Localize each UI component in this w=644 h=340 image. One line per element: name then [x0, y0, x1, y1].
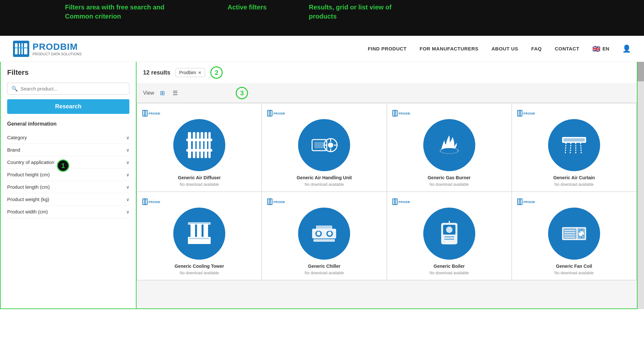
product-name: Generic Air Diffuser	[178, 175, 221, 180]
svg-rect-73	[316, 225, 332, 229]
grid-view-button[interactable]: ⊞	[158, 88, 167, 98]
view-bar: View ⊞ ☰ 3	[137, 84, 637, 103]
svg-rect-12	[193, 132, 195, 158]
header: PRODBIM PRODUCT DATA SOLUTIONS FIND PROD…	[0, 36, 644, 62]
sidebar-title: Filters	[7, 68, 129, 77]
svg-text:PRODBIM: PRODBIM	[149, 200, 160, 204]
product-card[interactable]: PRODBIM Generic Air Curtain No download …	[512, 103, 637, 192]
active-filter-value: Prodbim	[179, 70, 196, 75]
product-icon-ahu	[298, 119, 350, 171]
nav-faq[interactable]: FAQ	[531, 46, 542, 51]
product-card[interactable]: PRODBIM Generic Cooling Tower No downloa…	[137, 192, 262, 280]
download-status: No download available	[180, 271, 219, 275]
svg-rect-2	[19, 43, 20, 54]
product-card[interactable]: PRODBIM Generic Boiler No download avail…	[387, 192, 512, 280]
svg-rect-52	[145, 199, 145, 204]
svg-text:PRODBIM: PRODBIM	[523, 112, 535, 115]
svg-rect-57	[197, 224, 202, 238]
svg-rect-62	[268, 199, 269, 204]
prodbim-small-logo: PRODBIM	[267, 198, 285, 205]
logo-subtitle: PRODUCT DATA SOLUTIONS	[33, 52, 82, 56]
chevron-down-icon: ∨	[126, 147, 129, 153]
filter-length-label: Product length (cm)	[7, 184, 50, 190]
research-button[interactable]: Research	[7, 99, 129, 114]
user-icon[interactable]: 👤	[622, 45, 631, 53]
svg-text:PRODBIM: PRODBIM	[523, 200, 535, 204]
list-view-button[interactable]: ☰	[171, 88, 180, 98]
product-card[interactable]: PRODBIM Generic Chiller No down	[262, 192, 387, 280]
filter-height[interactable]: Product height (cm) ∨	[7, 169, 129, 181]
svg-point-38	[441, 148, 458, 153]
product-name: Generic Boiler	[434, 264, 465, 269]
svg-rect-71	[313, 230, 335, 231]
svg-point-70	[328, 232, 332, 236]
svg-rect-84	[446, 242, 453, 244]
filter-brand-label: Brand	[7, 147, 20, 153]
filter-weight[interactable]: Product weight (kg) ∨	[7, 193, 129, 206]
nav-contact[interactable]: CONTACT	[555, 46, 579, 51]
product-icon-curtain	[548, 119, 600, 171]
svg-text:PRODBIM: PRODBIM	[399, 112, 410, 115]
content-area: 12 results Prodbim ✕ 2 View ⊞ ☰ 3	[137, 62, 637, 309]
active-filter-tag[interactable]: Prodbim ✕	[176, 68, 205, 77]
svg-text:PRODBIM: PRODBIM	[273, 112, 285, 115]
language-selector[interactable]: 🇬🇧 EN	[592, 45, 609, 53]
view-label: View	[143, 90, 154, 96]
filter-brand[interactable]: Brand ∨	[7, 144, 129, 156]
filter-width[interactable]: Product width (cm) ∨	[7, 206, 129, 218]
svg-rect-3	[21, 43, 23, 54]
filter-category[interactable]: Category ∨	[7, 131, 129, 144]
filter-height-label: Product height (cm)	[7, 172, 50, 177]
annotation-circle-3: 3	[236, 87, 248, 99]
product-icon-boiler	[423, 208, 475, 260]
product-card[interactable]: PRODBIM Generic Gas Burner No download a…	[387, 103, 512, 192]
svg-rect-87	[518, 199, 519, 204]
results-count: 12 results	[143, 69, 170, 76]
svg-rect-20	[268, 111, 269, 116]
svg-rect-7	[143, 111, 144, 116]
chevron-down-icon: ∨	[126, 209, 129, 214]
svg-text:PRODBIM: PRODBIM	[399, 200, 410, 204]
svg-line-47	[570, 143, 571, 153]
svg-rect-75	[393, 199, 394, 204]
svg-rect-15	[204, 132, 207, 158]
svg-rect-42	[521, 111, 522, 116]
results-bar: 12 results Prodbim ✕ 2	[137, 62, 637, 84]
svg-rect-8	[145, 111, 145, 116]
product-grid: PRODBIM Generic Air Diffuser No download…	[137, 103, 637, 280]
product-card[interactable]: PRODBIM Generic Air Diffuser No download…	[137, 103, 262, 192]
nav-find-product[interactable]: FIND PRODUCT	[368, 46, 406, 51]
product-card[interactable]: PRODBIM Generic Air Handling Unit	[262, 103, 387, 192]
remove-filter-button[interactable]: ✕	[198, 70, 202, 75]
svg-rect-4	[24, 43, 27, 54]
product-icon-burner	[423, 119, 475, 171]
svg-rect-13	[197, 132, 199, 158]
search-input[interactable]	[20, 86, 125, 91]
svg-rect-31	[314, 142, 324, 148]
filter-length[interactable]: Product length (cm) ∨	[7, 181, 129, 193]
svg-rect-18	[186, 149, 212, 152]
product-name: Generic Fan Coil	[556, 264, 592, 269]
nav-for-manufacturers[interactable]: FOR MANUFACTURERS	[420, 46, 479, 51]
scrollbar-thumb[interactable]	[637, 62, 644, 81]
download-status: No download available	[429, 182, 469, 187]
svg-rect-53	[146, 199, 147, 204]
product-icon-cooling	[173, 208, 225, 260]
download-status: No download available	[180, 182, 219, 187]
svg-rect-22	[271, 111, 272, 116]
download-status: No download available	[555, 271, 594, 275]
svg-rect-33	[393, 111, 394, 116]
scrollbar[interactable]	[637, 62, 644, 309]
product-icon-fancoil	[548, 208, 600, 260]
logo[interactable]: PRODBIM PRODUCT DATA SOLUTIONS	[13, 41, 82, 57]
product-card[interactable]: PRODBIM	[512, 192, 637, 280]
prodbim-small-logo: PRODBIM	[142, 110, 160, 116]
product-name: Generic Chiller	[308, 264, 341, 269]
filter-country[interactable]: Country of application ∨	[7, 156, 129, 169]
svg-rect-1	[15, 43, 18, 54]
search-box: 🔍	[7, 83, 129, 95]
filter-country-label: Country of application	[7, 159, 54, 165]
svg-rect-40	[518, 111, 519, 116]
nav-about-us[interactable]: ABOUT US	[492, 46, 518, 51]
callout-3-text: Results, grid or list view ofproducts	[309, 3, 392, 21]
